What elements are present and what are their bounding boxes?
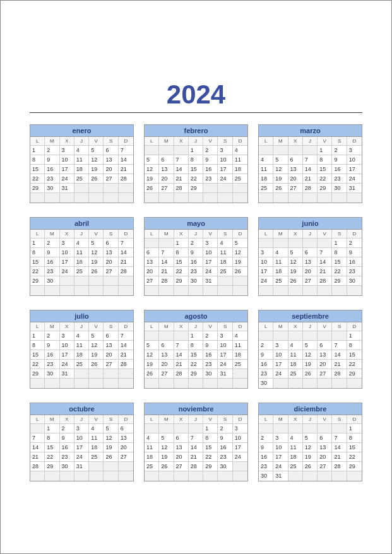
day-cell: 5: [145, 155, 159, 165]
day-cell: 26: [145, 369, 159, 379]
day-cell: 5: [104, 424, 118, 433]
day-cell: [218, 184, 232, 193]
day-cell: 7: [119, 146, 133, 155]
day-cell: 13: [104, 155, 118, 165]
day-cell: [89, 276, 104, 286]
day-cell: [259, 239, 273, 248]
day-cell: [159, 471, 174, 481]
day-cell: [159, 424, 174, 433]
weekday-header: S: [218, 137, 232, 146]
day-cell: 5: [233, 239, 247, 248]
day-cell: 30: [218, 462, 232, 471]
day-cell: 17: [218, 350, 232, 360]
day-cell: [288, 146, 303, 155]
day-cell: 24: [273, 369, 288, 379]
day-cell: 19: [89, 165, 104, 174]
day-cell: [30, 424, 45, 433]
day-cell: 9: [259, 443, 273, 452]
day-cell: [89, 193, 104, 203]
day-cell: 23: [45, 360, 59, 369]
day-cell: 4: [218, 239, 232, 248]
day-cell: 2: [259, 341, 273, 350]
day-cell: [145, 286, 159, 295]
day-cell: 25: [218, 267, 232, 276]
day-cell: 29: [30, 276, 45, 286]
day-cell: 28: [30, 462, 45, 471]
day-cell: [233, 462, 247, 471]
day-cell: 4: [288, 433, 303, 443]
day-cell: 11: [233, 341, 247, 350]
day-cell: 24: [259, 276, 273, 286]
week-row: 3456789: [259, 248, 362, 257]
weekday-header: X: [288, 230, 303, 239]
day-cell: 7: [303, 155, 318, 165]
day-cell: 6: [104, 146, 118, 155]
day-cell: [259, 193, 273, 203]
day-cell: 24: [60, 360, 74, 369]
day-cell: [30, 379, 45, 388]
day-cell: 22: [30, 360, 45, 369]
day-cell: 29: [347, 462, 362, 471]
day-cell: 8: [332, 248, 347, 257]
weekday-header: V: [203, 137, 218, 146]
weekday-header-row: LMXJVSD: [30, 137, 133, 146]
day-cell: [60, 276, 74, 286]
week-row: 15161718192021: [30, 165, 133, 174]
month-enero: eneroLMXJVSD1234567891011121314151617181…: [30, 124, 134, 203]
day-cell: 28: [119, 267, 133, 276]
day-cell: 22: [30, 267, 45, 276]
day-cell: 6: [159, 341, 174, 350]
day-cell: 19: [273, 174, 288, 184]
weekday-header: S: [332, 137, 347, 146]
day-cell: 2: [45, 146, 59, 155]
weekday-header: D: [347, 415, 362, 424]
day-cell: 26: [104, 452, 118, 462]
month-name: enero: [30, 125, 133, 137]
weekday-header: J: [303, 415, 318, 424]
weekday-header: V: [89, 230, 104, 239]
weekday-header: S: [104, 137, 118, 146]
week-row: 12131415161718: [145, 165, 247, 174]
day-cell: 15: [174, 257, 189, 267]
day-cell: 17: [259, 267, 273, 276]
day-cell: [104, 276, 118, 286]
day-cell: 5: [89, 331, 104, 341]
week-row: [145, 471, 247, 481]
month-agosto: agostoLMXJVSD123456789101112131415161718…: [144, 310, 248, 389]
day-cell: 20: [318, 452, 332, 462]
day-cell: 12: [303, 443, 318, 452]
weekday-header: M: [45, 322, 59, 331]
day-cell: 12: [159, 443, 174, 452]
day-cell: 27: [303, 276, 318, 286]
week-row: 18192021222324: [145, 452, 247, 462]
day-cell: 18: [218, 257, 232, 267]
day-cell: 7: [30, 433, 45, 443]
day-cell: 21: [189, 452, 203, 462]
day-cell: 3: [218, 331, 232, 341]
day-cell: 18: [233, 350, 247, 360]
day-cell: 23: [347, 267, 362, 276]
day-cell: 16: [189, 257, 203, 267]
month-julio: julioLMXJVSD1234567891011121314151617181…: [30, 310, 134, 389]
day-cell: [233, 369, 247, 379]
day-cell: [174, 379, 189, 388]
day-cell: 17: [233, 443, 247, 452]
day-cell: [288, 193, 303, 203]
day-cell: 8: [30, 248, 45, 257]
day-cell: 2: [203, 331, 218, 341]
day-cell: 3: [273, 341, 288, 350]
day-cell: 15: [30, 165, 45, 174]
weekday-header-row: LMXJVSD: [259, 322, 362, 331]
day-cell: 11: [288, 443, 303, 452]
day-cell: [104, 379, 118, 388]
day-cell: 4: [233, 146, 247, 155]
day-cell: 8: [30, 155, 45, 165]
weekday-header: J: [189, 230, 203, 239]
day-cell: 30: [45, 369, 59, 379]
day-cell: 31: [74, 462, 89, 471]
day-cell: [89, 286, 104, 295]
day-cell: 13: [119, 433, 133, 443]
day-cell: 14: [174, 165, 189, 174]
day-cell: 18: [74, 165, 89, 174]
day-cell: [74, 369, 89, 379]
